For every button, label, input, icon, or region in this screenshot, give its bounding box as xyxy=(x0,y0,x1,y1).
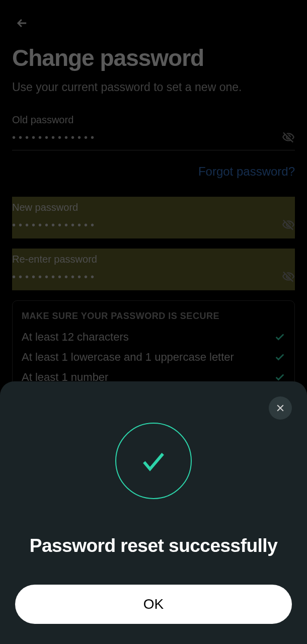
visibility-off-icon[interactable] xyxy=(282,131,295,144)
old-password-field[interactable]: Old password ••••••••••••• xyxy=(12,114,295,150)
check-icon xyxy=(274,352,285,363)
new-password-value: ••••••••••••• xyxy=(12,219,282,231)
modal-title: Password reset successfully xyxy=(30,535,277,556)
page-title: Change password xyxy=(12,44,295,71)
success-circle xyxy=(115,423,192,499)
reenter-password-field[interactable]: Re-enter password ••••••••••••• xyxy=(12,249,295,290)
ok-button-label: OK xyxy=(143,596,164,612)
reenter-password-label: Re-enter password xyxy=(12,254,295,265)
reenter-password-value: ••••••••••••• xyxy=(12,271,282,283)
visibility-off-icon[interactable] xyxy=(282,218,295,231)
close-icon xyxy=(275,403,285,413)
new-password-label: New password xyxy=(12,202,295,213)
close-button[interactable] xyxy=(269,396,292,420)
new-password-field[interactable]: New password ••••••••••••• xyxy=(12,197,295,238)
rule-row: At least 1 lowercase and 1 uppercase let… xyxy=(22,351,285,364)
old-password-value: ••••••••••••• xyxy=(12,132,282,143)
arrow-left-icon xyxy=(15,16,29,30)
ok-button[interactable]: OK xyxy=(15,585,292,624)
back-button[interactable] xyxy=(12,0,295,44)
rule-text: At least 12 characters xyxy=(22,331,129,344)
rule-text: At least 1 lowercase and 1 uppercase let… xyxy=(22,351,234,364)
old-password-label: Old password xyxy=(12,114,295,126)
rules-title: MAKE SURE YOUR PASSWORD IS SECURE xyxy=(22,311,285,321)
rule-row: At least 12 characters xyxy=(22,331,285,344)
success-modal: Password reset successfully OK xyxy=(0,381,307,644)
check-icon xyxy=(139,447,168,475)
visibility-off-icon[interactable] xyxy=(282,270,295,283)
check-icon xyxy=(274,332,285,343)
page-subtitle: Use your current password to set a new o… xyxy=(12,80,295,94)
forgot-password-link[interactable]: Forgot password? xyxy=(12,165,295,179)
